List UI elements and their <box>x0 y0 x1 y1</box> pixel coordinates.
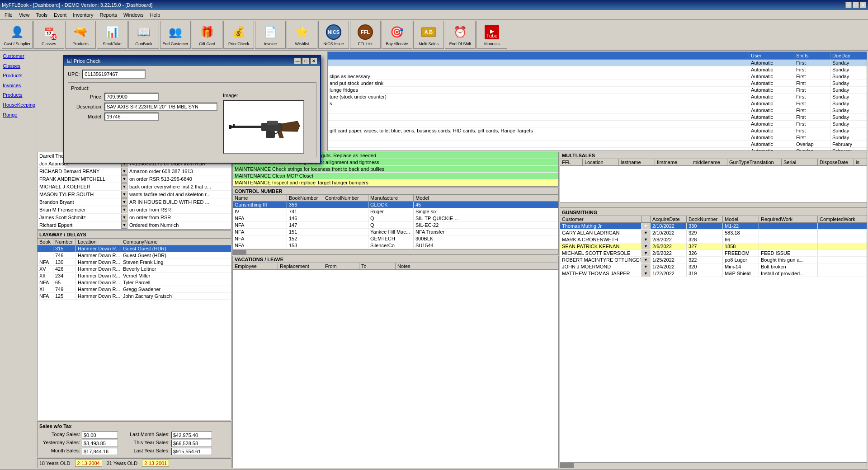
order-row[interactable]: MASON TYLER SOUTH ▼ wants tacfire red do… <box>38 191 231 198</box>
schedule-row[interactable]: Automatic First Sunday <box>328 107 867 114</box>
guns-cell-dropdown[interactable]: ▼ <box>642 223 651 229</box>
order-dropdown-btn[interactable]: ▼ <box>121 191 127 198</box>
control-row[interactable]: NFA 146 Q SIL-TP-QUICKIE-... <box>233 215 558 222</box>
sidebar-item-classes[interactable]: Classes <box>1 61 35 71</box>
menu-help[interactable]: Help <box>147 11 163 19</box>
gunsmithing-row[interactable]: SEAN PATRICK KEENAN ▼ 2/6/2022 327 1858 <box>560 243 867 250</box>
schedule-row[interactable]: Automatic First Sunday <box>328 66 867 73</box>
gunsmithing-row[interactable]: MARK A CRONENWETH ▼ 2/8/2022 328 66 <box>560 236 867 243</box>
toolbar-price-check[interactable]: 💰 PriceCheck <box>223 21 254 49</box>
toolbar-nics-issue[interactable]: NICS NICS Issue <box>318 21 349 49</box>
schedule-row[interactable]: Automatic Overlap February <box>328 141 867 148</box>
sidebar-item-customer[interactable]: Customer <box>1 52 35 61</box>
sidebar-item-invoices[interactable]: Invoices <box>1 81 35 91</box>
menu-view[interactable]: View <box>16 11 33 19</box>
gunsmithing-row[interactable]: GARY ALLAN LADRIGAN ▼ 2/10/2022 329 583.… <box>560 230 867 236</box>
schedule-row[interactable]: Automatic Overlap February <box>328 148 867 151</box>
control-row[interactable]: IV 741 Ruger Single six <box>233 208 558 215</box>
sidebar-item-housekeeping[interactable]: HouseKeeping <box>1 100 35 110</box>
order-dropdown-btn[interactable]: ▼ <box>121 206 127 213</box>
order-row[interactable]: Brian M Frensemeier ▼ on order from RSR <box>38 206 231 214</box>
gunsmithing-row[interactable]: JOHN J MOERMOND ▼ 1/24/2022 320 Mini-14 … <box>560 263 867 270</box>
close-btn[interactable]: ✕ <box>860 2 866 8</box>
maximize-btn[interactable]: □ <box>853 2 859 8</box>
toolbar-classes[interactable]: 📅98 Classes <box>33 21 64 49</box>
upc-input[interactable] <box>82 70 146 79</box>
toolbar-gift-card[interactable]: 🎁 Gift Card <box>192 21 222 49</box>
sidebar-item-products2[interactable]: Products <box>1 90 35 100</box>
gunsmithing-row[interactable]: MICHAEL SCOTT EVERSOLE ▼ 2/6/2022 326 FR… <box>560 250 867 257</box>
toolbar-manuals[interactable]: ▶Tube Manuals <box>476 21 507 49</box>
guns-cell-dropdown[interactable]: ▼ <box>642 257 651 263</box>
schedule-row[interactable]: lunge fridges Automatic First Sunday <box>328 87 867 94</box>
layaway-row[interactable]: NFA 65 Hammer Down R... Tyler Parcell <box>38 279 231 286</box>
guns-cell-dropdown[interactable]: ▼ <box>642 270 651 277</box>
control-row[interactable]: NFA 153 SilencerCo SU1544 <box>233 242 558 249</box>
order-row[interactable]: Brandon Bryant ▼ AR IN HOUSE BUILD WITH … <box>38 198 231 206</box>
dialog-close-btn[interactable]: ✕ <box>310 58 317 64</box>
guns-cell-dropdown[interactable]: ▼ <box>642 250 651 256</box>
maintenance-row[interactable]: MAINTENANCE Clean MOP Closet <box>233 173 558 179</box>
order-row[interactable]: MICHAEL J KOEHLER ▼ back order everywher… <box>38 183 231 191</box>
guns-cell-dropdown[interactable]: ▼ <box>642 236 651 243</box>
control-row[interactable]: NFA 151 Yankee Hill Mac... NFA Transfer <box>233 229 558 235</box>
order-row[interactable]: FRANK ANDREW MITCHELL ▼ on order RSR 513… <box>38 175 231 183</box>
menu-windows[interactable]: Windows <box>121 11 146 19</box>
menu-reports[interactable]: Reports <box>97 11 120 19</box>
order-dropdown-btn[interactable]: ▼ <box>121 198 127 206</box>
toolbar-stocktake[interactable]: 📊 StockTake <box>97 21 127 49</box>
gunsmithing-row[interactable]: ROBERT MACINTYRE OTTLINGER ▼ 1/25/2022 3… <box>560 257 867 263</box>
order-row[interactable]: James Scott Schmitz ▼ on order from RSR <box>38 214 231 221</box>
dialog-minimize-btn[interactable]: — <box>294 58 301 64</box>
order-dropdown-btn[interactable]: ▼ <box>121 168 127 175</box>
layaway-row[interactable]: NFA 130 Hammer Down R... Steven Frank Li… <box>38 259 231 266</box>
toolbar-end-customer[interactable]: 👥 End Customer <box>160 21 191 49</box>
layaway-row[interactable]: XII 234 Hammer Down R... Vernel Miller <box>38 273 231 279</box>
toolbar-ffl-list[interactable]: FFL FFL List <box>350 21 381 49</box>
order-dropdown-btn[interactable]: ▼ <box>121 175 127 183</box>
maintenance-row[interactable]: MAINTENANCE Inspect and replace Target h… <box>233 179 558 186</box>
layaway-row[interactable]: XV 426 Hammer Down R... Beverly Leitner <box>38 266 231 273</box>
layaway-row[interactable]: I 315 Hammer Down R... Guest Guest (HDR) <box>38 245 231 252</box>
schedule-row[interactable]: gift card paper, wipes, toilet blue, pen… <box>328 127 867 134</box>
schedule-row[interactable]: Automatic First Sunday <box>328 60 867 66</box>
layaway-row[interactable]: I 746 Hammer Down R... Guest Guest (HDR) <box>38 252 231 259</box>
schedule-row[interactable]: ture (stock under counter) Automatic Fir… <box>328 94 867 100</box>
order-row[interactable]: RICHARD Bernard REANY ▼ Amazon order 608… <box>38 168 231 175</box>
minimize-btn[interactable]: — <box>845 2 852 8</box>
schedule-row[interactable]: s Automatic First Sunday <box>328 100 867 107</box>
layaway-row[interactable]: XI 749 Hammer Down R... Gregg Swadener <box>38 286 231 293</box>
menu-file[interactable]: File <box>2 11 15 19</box>
control-row[interactable]: NFA 152 GEMTECH 300BLK <box>233 235 558 242</box>
guns-cell-dropdown[interactable]: ▼ <box>642 243 651 249</box>
layaway-row[interactable]: NFA 125 Hammer Down R... John Zachary Gr… <box>38 293 231 300</box>
schedule-row[interactable]: Automatic First Sunday <box>328 121 867 127</box>
toolbar-products[interactable]: 🔫 Products <box>65 21 96 49</box>
schedule-row[interactable]: clips as necessary Automatic First Sunda… <box>328 73 867 80</box>
toolbar-invoice[interactable]: 📄 Invoice <box>255 21 286 49</box>
toolbar-gunbook[interactable]: 📖 GunBook <box>128 21 159 49</box>
maintenance-row[interactable]: MAINTENANCE Check strings for loosness f… <box>233 166 558 173</box>
toolbar-end-of-shift[interactable]: ⏰ End Of Shift <box>445 21 476 49</box>
toolbar-wishlist[interactable]: ⭐ Wishlist <box>287 21 317 49</box>
control-row[interactable]: NFA 147 Q SIL-EC-22 <box>233 222 558 229</box>
schedule-row[interactable]: Automatic First Sunday <box>328 134 867 141</box>
sidebar-item-range[interactable]: Range <box>1 110 35 120</box>
schedule-row[interactable]: Automatic First Sunday <box>328 114 867 121</box>
order-row[interactable]: Richard Eppert ▼ Ordered from Numrich <box>38 221 231 229</box>
toolbar-multi-sales[interactable]: A B Multi Sales <box>413 21 444 49</box>
gunsmithing-row[interactable]: Thomas Muthig Jr ▼ 2/10/2022 330 M1-22 <box>560 223 867 230</box>
guns-cell-dropdown[interactable]: ▼ <box>642 263 651 270</box>
control-row[interactable]: Gunsmthing III 356 GLOCK 45 <box>233 202 558 208</box>
guns-cell-dropdown[interactable]: ▼ <box>642 230 651 236</box>
toolbar-bay-allocate[interactable]: 🎯 Bay Allocate <box>382 21 412 49</box>
gunsmithing-row[interactable]: MATTHEW THOMAS JASPER ▼ 1/22/2022 319 M&… <box>560 270 867 277</box>
menu-event[interactable]: Event <box>51 11 69 19</box>
order-dropdown-btn[interactable]: ▼ <box>121 214 127 221</box>
order-dropdown-btn[interactable]: ▼ <box>121 183 127 190</box>
sidebar-item-products[interactable]: Products <box>1 71 35 81</box>
order-dropdown-btn[interactable]: ▼ <box>121 221 127 229</box>
menu-tools[interactable]: Tools <box>33 11 50 19</box>
dialog-maximize-btn[interactable]: □ <box>302 58 309 64</box>
menu-inventory[interactable]: Inventory <box>70 11 96 19</box>
